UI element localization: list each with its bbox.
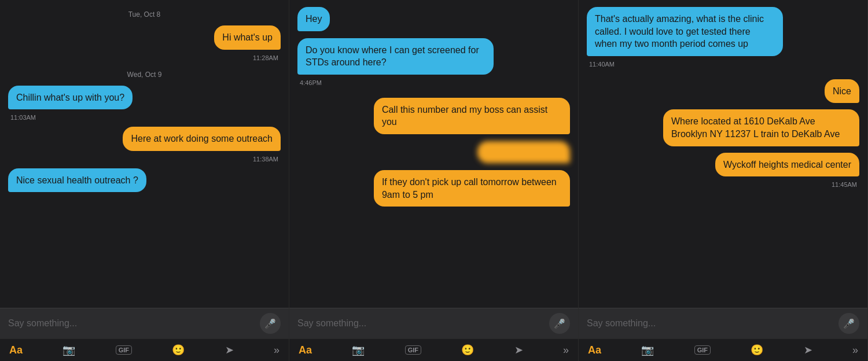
bubble-sent: Nice <box>825 79 859 104</box>
send-icon-3[interactable]: ➤ <box>804 344 812 356</box>
more-icon-3[interactable]: » <box>852 344 858 356</box>
message-row: Where located at 1610 DeKalb Ave Brookly… <box>587 109 859 146</box>
panel-3: That's actually amazing, what is the cli… <box>579 0 868 361</box>
message-row: Nice <box>587 79 859 104</box>
bubble-sent: If they don't pick up call tomorrow betw… <box>374 170 570 207</box>
input-area-1: Say something... 🎤 <box>0 308 289 338</box>
messages-area-3: That's actually amazing, what is the cli… <box>579 0 867 308</box>
panel-1: Tue, Oct 8 Hi what's up 11:28AM Wed, Oct… <box>0 0 289 361</box>
timestamp: 11:45AM <box>589 181 857 188</box>
message-row: That's actually amazing, what is the cli… <box>587 7 859 56</box>
message-row-blurred <box>297 141 570 163</box>
aa-button-2[interactable]: Aa <box>299 344 312 356</box>
date-label-1: Tue, Oct 8 <box>8 10 281 19</box>
bubble-received: Chillin what's up with you? <box>8 86 133 110</box>
bubble-received: Nice sexual health outreach ? <box>8 168 146 193</box>
more-icon-2[interactable]: » <box>563 344 569 356</box>
gif-button-3[interactable]: GIF <box>694 345 711 355</box>
bubble-sent: Where located at 1610 DeKalb Ave Brookly… <box>663 109 859 146</box>
aa-button-1[interactable]: Aa <box>9 344 23 356</box>
timestamp: 11:38AM <box>10 156 278 163</box>
toolbar-1: Aa 📷 GIF 🙂 ➤ » <box>0 338 289 361</box>
mic-icon-1: 🎤 <box>264 318 276 329</box>
input-placeholder-3[interactable]: Say something... <box>587 318 833 329</box>
bubble-sent: Wyckoff heights medical center <box>715 153 859 177</box>
bubble-sent: Here at work doing some outreach <box>123 127 281 151</box>
message-row: Chillin what's up with you? <box>8 86 281 110</box>
toolbar-3: Aa 📷 GIF 🙂 ➤ » <box>579 338 867 361</box>
bubble-sent: Hi what's up <box>214 25 281 50</box>
message-row: Here at work doing some outreach <box>8 127 281 151</box>
message-row: Call this number and my boss can assist … <box>297 98 570 134</box>
messages-area-1: Tue, Oct 8 Hi what's up 11:28AM Wed, Oct… <box>0 0 289 308</box>
timestamp: 11:28AM <box>10 54 278 61</box>
aa-button-3[interactable]: Aa <box>588 344 601 356</box>
camera-icon-2[interactable]: 📷 <box>352 344 365 356</box>
date-label-2: Wed, Oct 9 <box>8 71 281 79</box>
emoji-icon-1[interactable]: 🙂 <box>172 344 185 356</box>
send-icon-1[interactable]: ➤ <box>225 344 234 356</box>
mic-button-3[interactable]: 🎤 <box>838 313 859 334</box>
timestamp: 11:03AM <box>10 114 278 121</box>
gif-button-1[interactable]: GIF <box>116 345 132 355</box>
toolbar-2: Aa 📷 GIF 🙂 ➤ » <box>289 338 578 361</box>
mic-icon-3: 🎤 <box>843 318 855 329</box>
camera-icon-3[interactable]: 📷 <box>641 344 654 356</box>
message-row: Hi what's up <box>8 25 281 50</box>
messages-area-2: Hey Do you know where I can get screened… <box>289 0 578 308</box>
panel-2: Hey Do you know where I can get screened… <box>289 0 579 361</box>
more-icon-1[interactable]: » <box>274 344 279 356</box>
bubble-received: Hey <box>297 7 330 31</box>
gif-button-2[interactable]: GIF <box>405 345 421 355</box>
input-area-3: Say something... 🎤 <box>579 308 867 338</box>
bubble-blurred <box>477 141 570 163</box>
input-area-2: Say something... 🎤 <box>289 308 578 338</box>
message-row: If they don't pick up call tomorrow betw… <box>297 170 570 207</box>
mic-button-2[interactable]: 🎤 <box>549 313 570 334</box>
emoji-icon-2[interactable]: 🙂 <box>461 344 474 356</box>
input-placeholder-1[interactable]: Say something... <box>8 318 254 329</box>
timestamp: 4:46PM <box>300 79 568 86</box>
input-placeholder-2[interactable]: Say something... <box>297 318 543 329</box>
timestamp: 11:40AM <box>589 61 857 68</box>
message-row: Do you know where I can get screened for… <box>297 38 570 75</box>
mic-icon-2: 🎤 <box>554 318 565 329</box>
message-row: Nice sexual health outreach ? <box>8 168 281 193</box>
emoji-icon-3[interactable]: 🙂 <box>751 344 763 356</box>
message-row: Wyckoff heights medical center <box>587 153 859 177</box>
send-icon-2[interactable]: ➤ <box>514 344 523 356</box>
bubble-sent: Call this number and my boss can assist … <box>374 98 570 134</box>
message-row: Hey <box>297 7 570 31</box>
bubble-received: Do you know where I can get screened for… <box>297 38 494 75</box>
mic-button-1[interactable]: 🎤 <box>260 313 281 334</box>
bubble-received: That's actually amazing, what is the cli… <box>587 7 783 56</box>
camera-icon-1[interactable]: 📷 <box>62 344 75 356</box>
